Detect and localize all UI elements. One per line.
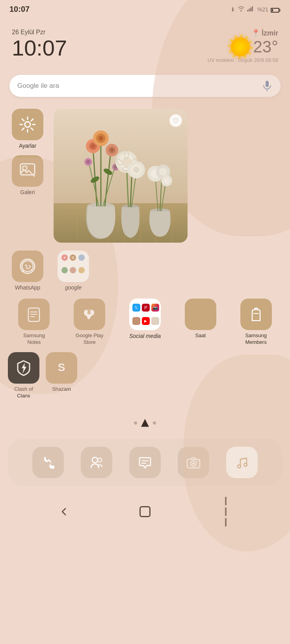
clock-minute-hand [200,314,206,318]
svg-point-44 [99,136,103,141]
app-social-folder[interactable]: 𝕏 P 📷 ▶ [119,299,171,346]
social-dot1 [132,317,140,325]
clock-graphic [191,305,210,323]
flower-scene-svg [54,109,188,243]
social-folder-icon: 𝕏 P 📷 ▶ [129,299,161,330]
svg-point-86 [98,458,102,462]
svg-point-47 [110,148,113,152]
svg-point-41 [91,144,95,148]
svg-point-77 [164,178,170,184]
pinterest-mini-icon: P [142,304,150,312]
app-ayarlar[interactable]: Ayarlar [8,109,47,149]
date-label: 26 Eylül Pzr [12,29,67,36]
social-dot2 [151,317,159,325]
svg-line-14 [22,128,24,130]
ayarlar-icon [12,109,43,140]
dock-contacts[interactable] [81,447,112,478]
svg-point-49 [86,160,90,164]
app-samsung-members[interactable]: SamsungMembers [230,299,282,346]
youtube-mini-icon: ▶ [142,317,150,325]
svg-line-12 [31,128,33,130]
nav-back-button[interactable] [54,502,74,522]
heart-icon: ♡ [169,114,182,127]
samsung-members-icon [240,299,272,330]
date-section: 26 Eylül Pzr 10:07 [12,29,67,60]
saat-icon [185,299,216,330]
dock-phone[interactable] [32,447,64,478]
instagram-mini-icon: 📷 [151,304,159,312]
photo-widget[interactable]: ♡ [54,109,188,243]
social-media-label: Social media [129,332,161,340]
nav-home-button[interactable] [135,502,155,522]
page-dot-1 [134,421,137,425]
svg-line-11 [22,119,24,121]
svg-point-68 [133,167,139,173]
home-page-indicator [141,419,149,427]
page-dot-3 [153,421,156,425]
samsung-members-label: SamsungMembers [245,332,267,346]
svg-point-6 [25,122,30,127]
dock-messages[interactable] [129,447,161,478]
twitter-mini-icon: 𝕏 [132,304,140,312]
svg-point-85 [92,457,98,463]
status-time: 10:07 [9,5,30,14]
svg-point-75 [159,168,167,176]
big-time: 10:07 [12,36,67,60]
home-square-icon [139,506,151,517]
svg-line-13 [31,119,33,121]
app-saat[interactable]: Saat [174,299,227,346]
saat-label: Saat [195,332,206,339]
ayarlar-label: Ayarlar [19,143,36,149]
